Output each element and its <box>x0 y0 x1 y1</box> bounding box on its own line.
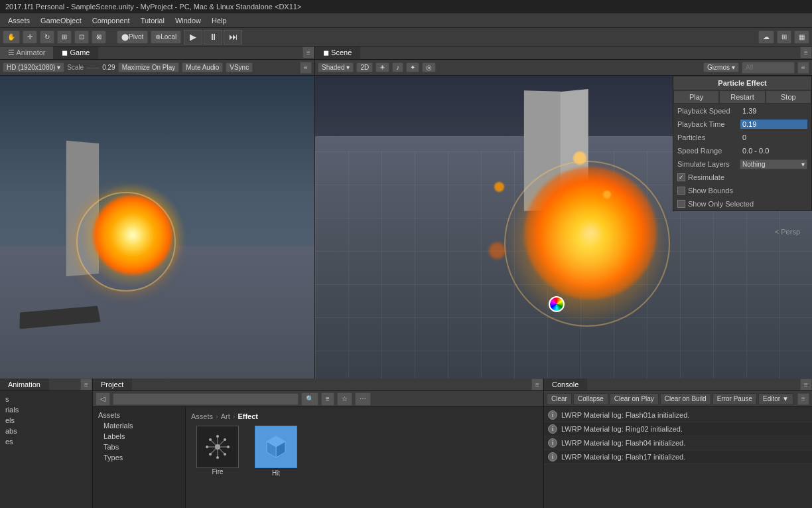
project-panel-more[interactable]: ≡ <box>531 379 543 390</box>
layers-button[interactable]: ⊞ <box>777 31 791 44</box>
particle-play-btn[interactable]: Play <box>673 90 719 104</box>
sidebar-assets[interactable]: Assets <box>93 410 185 420</box>
gizmos-dropdown[interactable]: Gizmos ▾ <box>703 62 739 72</box>
show-bounds-checkbox[interactable] <box>677 187 685 195</box>
file-item-fire[interactable]: Fire <box>191 426 244 477</box>
scene-toolbar: Shaded ▾ 2D ☀ ♪ ✦ ◎ Gizmos ▾ ≡ <box>315 60 812 76</box>
menu-assets[interactable]: Assets <box>3 15 35 26</box>
speed-range-value: 0.0 - 0.0 <box>742 147 807 155</box>
project-search[interactable] <box>113 393 299 405</box>
svg-point-21 <box>224 438 226 441</box>
scene-search[interactable] <box>742 62 795 74</box>
breadcrumb-art[interactable]: Art <box>221 412 230 420</box>
scene-panel-more[interactable]: ≡ <box>800 46 812 58</box>
error-pause-btn[interactable]: Error Pause <box>712 393 757 405</box>
sidebar-types[interactable]: Types <box>93 452 185 463</box>
sidebar-tabs[interactable]: Tabs <box>93 442 185 452</box>
effects-toggle[interactable]: ✦ <box>406 62 419 72</box>
breadcrumb-effect[interactable]: Effect <box>237 412 258 420</box>
scale-tool[interactable]: ⊞ <box>57 31 72 44</box>
vsync[interactable]: VSync <box>226 62 253 72</box>
breadcrumb-assets[interactable]: Assets <box>191 412 213 420</box>
menu-gameobject[interactable]: GameObject <box>35 15 87 26</box>
scene-toolbar-more[interactable]: ≡ <box>797 62 809 74</box>
maximize-on-play[interactable]: Maximize On Play <box>118 62 180 72</box>
move-tool[interactable]: ✛ <box>23 31 37 44</box>
transform-tool[interactable]: ⊠ <box>92 31 106 44</box>
console-row-3[interactable]: i LWRP Material log: Flash17 initialized… <box>544 450 812 464</box>
simulate-layers-dropdown[interactable]: Nothing ▾ <box>740 159 807 169</box>
scene-viewport: Particle Effect Play Restart Stop Playba… <box>315 76 812 379</box>
console-row-2[interactable]: i LWRP Material log: Flash04 initialized… <box>544 436 812 450</box>
playback-time-value[interactable]: 0.19 <box>740 120 807 129</box>
tab-project[interactable]: Project <box>93 379 132 390</box>
editor-btn[interactable]: Editor ▼ <box>758 393 793 405</box>
game-panel-more[interactable]: ≡ <box>303 46 314 58</box>
rotate-tool[interactable]: ↻ <box>40 31 54 44</box>
fire-icon <box>196 426 239 468</box>
hit-icon <box>255 426 297 468</box>
rect-tool[interactable]: ⊡ <box>74 31 89 44</box>
tab-animator[interactable]: ☰ Animator <box>0 46 54 59</box>
particle-effect-panel: Particle Effect Play Restart Stop Playba… <box>673 76 812 211</box>
light-toggle[interactable]: ☀ <box>375 62 389 72</box>
console-panel-more[interactable]: ≡ <box>800 379 812 390</box>
clear-on-play-btn[interactable]: Clear on Play <box>610 393 659 405</box>
anim-item-1[interactable]: rials <box>0 404 92 415</box>
dots-btn[interactable]: ⋯ <box>355 392 371 406</box>
hand-tool[interactable]: ✋ <box>3 31 20 44</box>
particle-stop-btn[interactable]: Stop <box>766 90 811 104</box>
animation-sidebar: s rials els abs es <box>0 391 92 450</box>
show-only-selected-checkbox[interactable] <box>677 200 685 208</box>
clear-btn[interactable]: Clear <box>547 393 572 405</box>
anim-item-2[interactable]: els <box>0 415 92 426</box>
search-btn[interactable]: 🔍 <box>301 392 318 406</box>
clear-on-build-btn[interactable]: Clear on Build <box>660 393 711 405</box>
mute-audio[interactable]: Mute Audio <box>182 62 223 72</box>
console-info-icon-0: i <box>548 410 557 420</box>
anim-item-4[interactable]: es <box>0 436 92 447</box>
console-row-0[interactable]: i LWRP Material log: Flash01a initialize… <box>544 408 812 422</box>
anim-item-0[interactable]: s <box>0 394 92 404</box>
tab-console[interactable]: Console <box>544 379 587 390</box>
audio-toggle[interactable]: ♪ <box>392 62 403 72</box>
pivot-button[interactable]: ⬤ Pivot <box>117 31 148 44</box>
console-row-1[interactable]: i LWRP Material log: Ring02 initialized. <box>544 422 812 436</box>
animation-panel-more[interactable]: ≡ <box>80 379 92 390</box>
step-button[interactable]: ⏭ <box>224 30 242 44</box>
menu-window[interactable]: Window <box>170 15 206 26</box>
account-button[interactable]: ☁ <box>758 31 774 44</box>
menu-component[interactable]: Component <box>87 15 135 26</box>
sidebar-labels[interactable]: Labels <box>93 431 185 442</box>
file-item-hit[interactable]: Hit <box>249 426 303 477</box>
tab-scene[interactable]: ◼ Scene <box>315 46 360 59</box>
resolution-dropdown[interactable]: HD (1920x1080) ▾ <box>3 62 64 72</box>
shading-mode-dropdown[interactable]: Shaded ▾ <box>318 62 354 72</box>
local-button[interactable]: ⊕ Local <box>151 31 181 44</box>
show-only-selected-label: Show Only Selected <box>688 200 807 208</box>
particle-restart-btn[interactable]: Restart <box>719 90 765 104</box>
resimulate-checkbox[interactable]: ✓ <box>677 173 685 181</box>
tab-animation[interactable]: Animation <box>0 379 49 390</box>
hidden-toggle[interactable]: ◎ <box>422 62 436 72</box>
menu-tutorial[interactable]: Tutorial <box>135 15 170 26</box>
scene-tab-bar: ◼ Scene ≡ <box>315 46 812 60</box>
pause-button[interactable]: ⏸ <box>204 30 222 44</box>
tab-game[interactable]: ◼ Game <box>54 46 98 59</box>
2d-toggle[interactable]: 2D <box>356 62 373 72</box>
layout-button[interactable]: ▦ <box>794 31 809 44</box>
console-toolbar-more[interactable]: ≡ <box>797 393 809 405</box>
console-log-area: i LWRP Material log: Flash01a initialize… <box>544 407 812 508</box>
star-btn[interactable]: ☆ <box>337 392 352 406</box>
breadcrumb: Assets › Art › Effect <box>191 412 538 420</box>
speed-range-row: Speed Range 0.0 - 0.0 <box>673 144 811 157</box>
collapse-btn[interactable]: Collapse <box>573 393 608 405</box>
menu-help[interactable]: Help <box>206 15 232 26</box>
main-area: ☰ Animator ◼ Game ≡ HD (1920x1080) ▾ Sca… <box>0 46 812 508</box>
anim-item-3[interactable]: abs <box>0 426 92 436</box>
filter-btn[interactable]: ≡ <box>321 392 334 406</box>
sidebar-materials[interactable]: Materials <box>93 420 185 431</box>
project-back-btn[interactable]: ◁ <box>96 392 110 406</box>
play-button[interactable]: ▶ <box>184 30 202 44</box>
game-toolbar-more[interactable]: ≡ <box>300 62 312 74</box>
